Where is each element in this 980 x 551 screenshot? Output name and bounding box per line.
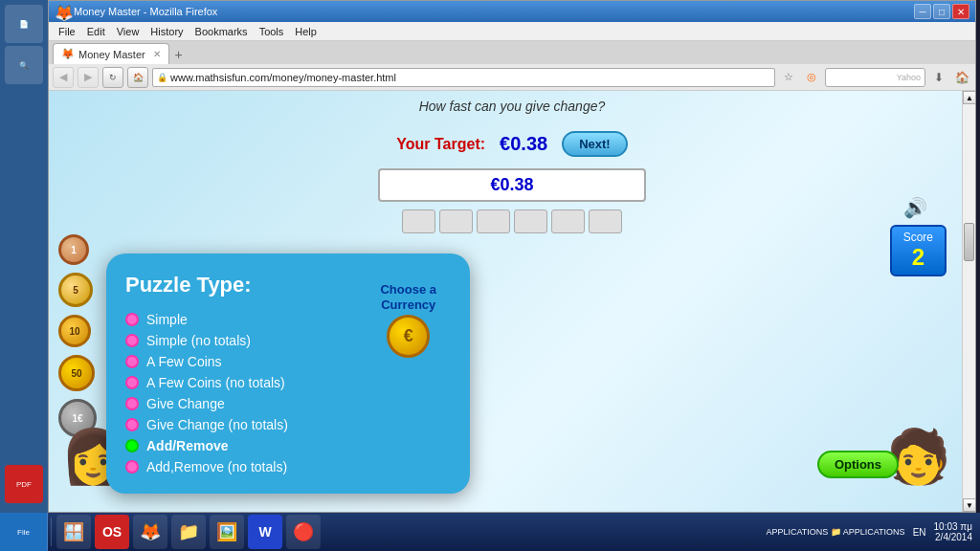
tab-money-master[interactable]: 🦊 Money Master ✕ bbox=[53, 43, 169, 64]
home-nav-icon[interactable]: 🏠 bbox=[952, 68, 971, 87]
target-label: Your Target: bbox=[396, 136, 485, 153]
menu-edit[interactable]: Edit bbox=[81, 22, 111, 41]
taskbar: File 🪟 OS 🦊 📁 🖼️ W 🔴 APPLICATIONS 📁 APPL… bbox=[0, 513, 980, 551]
puzzle-item-few-coins-no-totals[interactable]: A Few Coins (no totals) bbox=[125, 375, 451, 390]
search-input[interactable] bbox=[830, 72, 897, 82]
scroll-up-button[interactable]: ▲ bbox=[963, 91, 975, 104]
sidebar-pdf-btn[interactable]: PDF bbox=[5, 465, 43, 503]
menu-file[interactable]: File bbox=[53, 22, 81, 41]
radio-add-remove[interactable] bbox=[125, 439, 139, 452]
close-button[interactable]: ✕ bbox=[952, 4, 969, 19]
taskbar-icon-2[interactable]: OS bbox=[95, 515, 129, 549]
page-content: How fast can you give change? Your Targe… bbox=[49, 91, 975, 512]
sidebar-zoom-btn[interactable]: 🔍 bbox=[5, 46, 43, 84]
next-button[interactable]: Next! bbox=[562, 131, 628, 157]
menu-tools[interactable]: Tools bbox=[254, 22, 290, 41]
menu-history[interactable]: History bbox=[145, 22, 189, 41]
coin-slot-4 bbox=[514, 209, 547, 233]
scroll-down-button[interactable]: ▼ bbox=[963, 498, 975, 512]
sound-icon[interactable]: 🔊 bbox=[903, 196, 927, 219]
window-controls: ─ □ ✕ bbox=[914, 4, 969, 19]
coin-10c[interactable]: 10 bbox=[58, 315, 91, 347]
taskbar-time: 10:03 πμ bbox=[934, 521, 972, 532]
tab-close-icon[interactable]: ✕ bbox=[153, 49, 161, 59]
score-box: Score 2 bbox=[890, 225, 947, 276]
score-value: 2 bbox=[903, 244, 933, 271]
coin-slot-2 bbox=[439, 209, 473, 233]
options-button[interactable]: Options bbox=[817, 451, 899, 478]
taskbar-clock: 10:03 πμ 2/4/2014 bbox=[934, 521, 972, 542]
coin-5c[interactable]: 5 bbox=[58, 273, 93, 307]
rss-icon[interactable]: ◎ bbox=[802, 68, 821, 87]
puzzle-item-give-change-no-totals[interactable]: Give Change (no totals) bbox=[125, 417, 451, 432]
taskbar-icon-4[interactable]: 📁 bbox=[171, 515, 206, 549]
tab-icon: 🦊 bbox=[61, 48, 75, 60]
forward-button[interactable]: ▶ bbox=[78, 67, 99, 88]
taskbar-icon-5[interactable]: 🖼️ bbox=[210, 515, 244, 549]
puzzle-label-add-remove: Add/Remove bbox=[146, 438, 229, 453]
taskbar-lang: EN bbox=[913, 527, 926, 538]
radio-few-coins[interactable] bbox=[125, 355, 139, 368]
nav-bar: ◀ ▶ ↻ 🏠 🔒 www.mathsisfun.com/money/money… bbox=[49, 64, 975, 91]
back-button[interactable]: ◀ bbox=[53, 67, 74, 88]
puzzle-label-few-coins-no-totals: A Few Coins (no totals) bbox=[146, 375, 285, 390]
input-display: €0.38 bbox=[378, 168, 646, 202]
taskbar-applications: APPLICATIONS 📁 APPLICATIONS bbox=[766, 527, 904, 537]
radio-give-change-no-totals[interactable] bbox=[125, 418, 139, 431]
coin-slot-5 bbox=[551, 209, 585, 233]
scroll-thumb[interactable] bbox=[964, 223, 974, 261]
currency-label: Choose a Currency bbox=[380, 282, 436, 312]
puzzle-label-few-coins: A Few Coins bbox=[146, 354, 222, 369]
puzzle-label-give-change: Give Change bbox=[146, 396, 225, 411]
menu-view[interactable]: View bbox=[111, 22, 145, 41]
home-button[interactable]: 🏠 bbox=[127, 67, 148, 88]
coin-1c[interactable]: 1 bbox=[58, 234, 89, 265]
game-area: Your Target: €0.38 Next! €0.38 bbox=[49, 121, 975, 247]
question-text: How fast can you give change? bbox=[49, 91, 975, 121]
tab-bar: 🦊 Money Master ✕ + bbox=[49, 41, 975, 64]
start-button[interactable]: File bbox=[0, 513, 48, 551]
puzzle-label-simple-no-totals: Simple (no totals) bbox=[146, 333, 251, 348]
tab-label: Money Master bbox=[78, 49, 145, 60]
scroll-track[interactable] bbox=[963, 104, 975, 498]
title-bar: 🦊 Money Master - Mozilla Firefox ─ □ ✕ bbox=[49, 1, 975, 22]
puzzle-label-simple: Simple bbox=[146, 312, 188, 327]
radio-simple-no-totals[interactable] bbox=[125, 334, 139, 347]
puzzle-item-add-remove[interactable]: Add/Remove bbox=[125, 438, 451, 453]
puzzle-item-add-remove-no-totals[interactable]: Add,Remove (no totals) bbox=[125, 459, 451, 474]
currency-chooser[interactable]: Choose a Currency € bbox=[380, 282, 436, 358]
website-area: How fast can you give change? Your Targe… bbox=[49, 91, 975, 512]
address-bar[interactable]: 🔒 www.mathsisfun.com/money/money-master.… bbox=[152, 68, 775, 87]
puzzle-item-give-change[interactable]: Give Change bbox=[125, 396, 451, 411]
address-text: www.mathsisfun.com/money/money-master.ht… bbox=[170, 72, 396, 83]
coin-slot-6 bbox=[589, 209, 622, 233]
coin-display bbox=[402, 209, 622, 233]
new-tab-button[interactable]: + bbox=[169, 45, 189, 64]
menu-bookmarks[interactable]: Bookmarks bbox=[189, 22, 254, 41]
taskbar-icon-word[interactable]: W bbox=[248, 515, 282, 549]
coins-area: 1 5 10 50 1€ bbox=[58, 234, 97, 437]
target-bar: Your Target: €0.38 Next! bbox=[396, 131, 627, 157]
maximize-button[interactable]: □ bbox=[933, 4, 950, 19]
popup-arrow bbox=[451, 281, 465, 304]
firefox-icon: 🦊 bbox=[55, 4, 70, 19]
radio-add-remove-no-totals[interactable] bbox=[125, 460, 139, 474]
sidebar-pages-btn[interactable]: 📄 bbox=[5, 5, 43, 43]
radio-few-coins-no-totals[interactable] bbox=[125, 376, 139, 389]
coin-50c[interactable]: 50 bbox=[58, 355, 95, 391]
menu-bar: File Edit View History Bookmarks Tools H… bbox=[49, 22, 975, 41]
puzzle-label-give-change-no-totals: Give Change (no totals) bbox=[146, 417, 288, 432]
taskbar-sep-1 bbox=[51, 518, 52, 546]
minimize-button[interactable]: ─ bbox=[914, 4, 931, 19]
taskbar-icon-1[interactable]: 🪟 bbox=[56, 515, 91, 549]
radio-give-change[interactable] bbox=[125, 397, 139, 410]
popup-title: Puzzle Type: bbox=[125, 273, 252, 298]
taskbar-icon-7[interactable]: 🔴 bbox=[286, 515, 321, 549]
menu-help[interactable]: Help bbox=[289, 22, 323, 41]
taskbar-icon-firefox[interactable]: 🦊 bbox=[133, 515, 167, 549]
puzzle-type-popup: Puzzle Type: Choose a Currency € Simple bbox=[106, 253, 470, 494]
refresh-button[interactable]: ↻ bbox=[102, 67, 123, 88]
radio-simple[interactable] bbox=[125, 313, 139, 326]
download-icon[interactable]: ⬇ bbox=[929, 68, 948, 87]
bookmark-star-icon[interactable]: ☆ bbox=[779, 68, 798, 87]
